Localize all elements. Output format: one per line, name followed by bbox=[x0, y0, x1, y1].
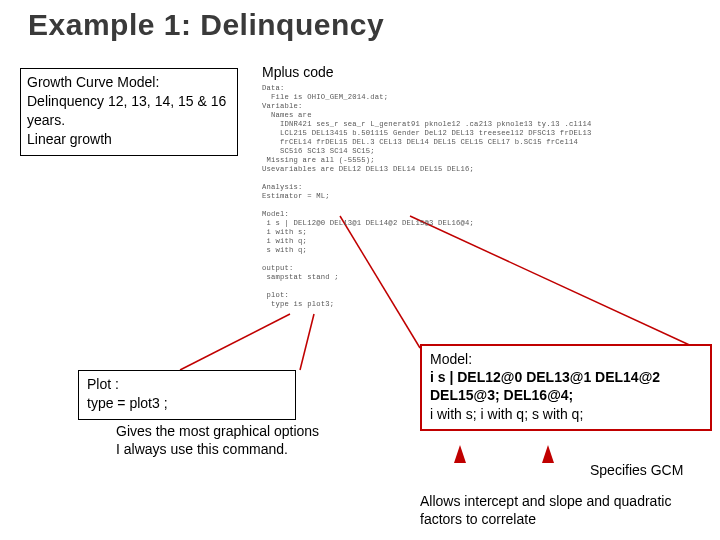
plot-line2: type = plot3 ; bbox=[87, 394, 287, 413]
model-line2: i s | DEL12@0 DEL13@1 DEL14@2 DEL15@3; D… bbox=[430, 368, 702, 404]
model-line1: Model: bbox=[430, 350, 702, 368]
mplus-code-label: Mplus code bbox=[262, 64, 334, 80]
model-line3: i with s; i with q; s with q; bbox=[430, 405, 702, 423]
growth-curve-box: Growth Curve Model: Delinquency 12, 13, … bbox=[20, 68, 238, 156]
plot-caption-line2: I always use this command. bbox=[116, 440, 366, 458]
plot-line1: Plot : bbox=[87, 375, 287, 394]
allows-caption: Allows intercept and slope and quadratic… bbox=[420, 492, 710, 528]
specifies-gcm-label: Specifies GCM bbox=[590, 462, 683, 478]
model-box: Model: i s | DEL12@0 DEL13@1 DEL14@2 DEL… bbox=[420, 344, 712, 431]
plot-caption: Gives the most graphical options I alway… bbox=[116, 422, 366, 458]
growth-line2: Delinquency 12, 13, 14, 15 & 16 years. bbox=[27, 92, 231, 130]
plot-box: Plot : type = plot3 ; bbox=[78, 370, 296, 420]
arrow-up-icon bbox=[454, 445, 466, 463]
svg-line-1 bbox=[300, 314, 314, 370]
growth-line1: Growth Curve Model: bbox=[27, 73, 231, 92]
growth-line3: Linear growth bbox=[27, 130, 231, 149]
slide-title: Example 1: Delinquency bbox=[28, 8, 384, 42]
arrow-up-icon bbox=[542, 445, 554, 463]
plot-caption-line1: Gives the most graphical options bbox=[116, 422, 366, 440]
svg-line-0 bbox=[180, 314, 290, 370]
mplus-code-block: Data: File is OHIO_GEM_2014.dat; Variabl… bbox=[262, 84, 682, 309]
